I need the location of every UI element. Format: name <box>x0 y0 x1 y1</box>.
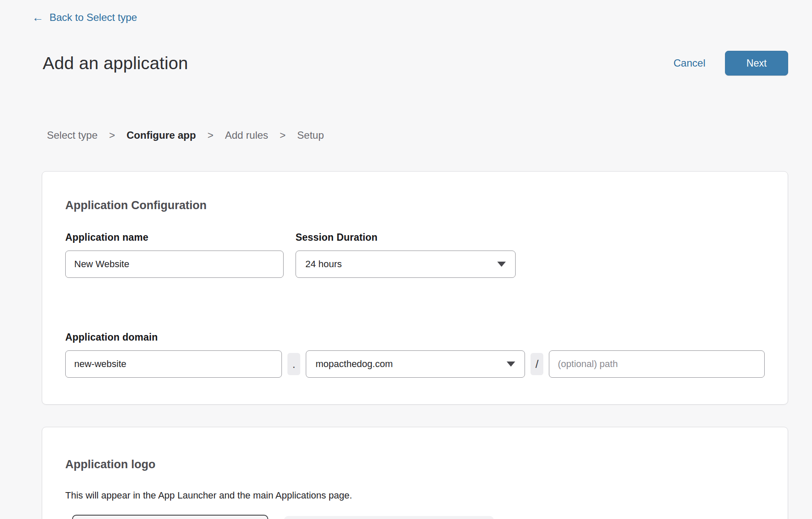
cancel-button[interactable]: Cancel <box>673 57 705 69</box>
dot-separator: . <box>287 353 300 375</box>
application-domain-row: . mopacthedog.com / <box>65 350 765 378</box>
logo-card-description: This will appear in the App Launcher and… <box>65 490 765 501</box>
chevron-down-icon <box>507 362 515 367</box>
page-header: Add an application Cancel Next <box>43 51 788 76</box>
breadcrumb-step-configure-app[interactable]: Configure app <box>127 129 196 141</box>
subdomain-input[interactable] <box>65 350 282 378</box>
application-domain-field: Application domain . mopacthedog.com / <box>65 332 765 378</box>
back-link-label: Back to Select type <box>49 12 137 23</box>
breadcrumb-separator: > <box>280 129 286 141</box>
slash-separator: / <box>531 353 543 375</box>
breadcrumb-step-select-type[interactable]: Select type <box>47 129 98 141</box>
breadcrumb-separator: > <box>109 129 115 141</box>
breadcrumb-step-setup[interactable]: Setup <box>297 129 324 141</box>
application-configuration-card: Application Configuration Application na… <box>42 171 788 405</box>
domain-select-value: mopacthedog.com <box>316 359 393 370</box>
breadcrumb-separator: > <box>207 129 213 141</box>
name-session-row: Application name Session Duration 24 hou… <box>65 232 765 278</box>
back-arrow-icon: ← <box>32 12 44 23</box>
session-duration-select[interactable]: 24 hours <box>296 251 516 278</box>
application-name-label: Application name <box>65 232 284 243</box>
logo-option-tabs <box>72 515 765 519</box>
configuration-card-heading: Application Configuration <box>65 199 765 212</box>
logo-card-heading: Application logo <box>65 458 765 471</box>
chevron-down-icon <box>497 262 506 267</box>
application-name-input[interactable] <box>65 251 284 278</box>
add-application-page: ← Back to Select type Add an application… <box>0 0 812 519</box>
breadcrumb-step-add-rules[interactable]: Add rules <box>225 129 268 141</box>
path-input[interactable] <box>549 350 765 378</box>
wizard-breadcrumb: Select type > Configure app > Add rules … <box>47 129 812 141</box>
session-duration-label: Session Duration <box>296 232 516 243</box>
logo-option-selected-tab[interactable] <box>72 515 268 519</box>
application-name-field: Application name <box>65 232 284 278</box>
session-duration-value: 24 hours <box>305 259 342 270</box>
header-actions: Cancel Next <box>673 51 788 76</box>
session-duration-field: Session Duration 24 hours <box>296 232 516 278</box>
application-domain-label: Application domain <box>65 332 765 343</box>
back-to-select-type-link[interactable]: ← Back to Select type <box>32 12 137 23</box>
page-title: Add an application <box>43 53 188 73</box>
application-logo-card: Application logo This will appear in the… <box>42 427 788 519</box>
domain-select[interactable]: mopacthedog.com <box>306 350 525 378</box>
logo-option-plain-tab[interactable] <box>284 516 494 519</box>
next-button[interactable]: Next <box>725 51 788 76</box>
